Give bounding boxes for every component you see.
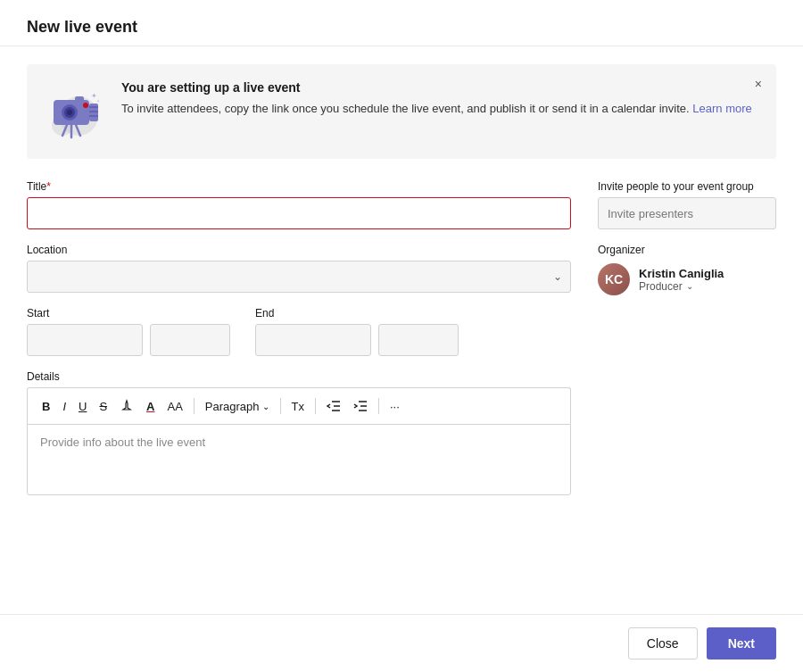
- svg-rect-7: [75, 96, 84, 103]
- paragraph-button[interactable]: Paragraph ⌄: [200, 396, 275, 417]
- form-right: Invite people to your event group Organi…: [598, 180, 776, 495]
- svg-rect-8: [89, 104, 98, 121]
- title-input[interactable]: [27, 197, 571, 229]
- highlight-button[interactable]: [114, 395, 139, 417]
- location-label: Location: [27, 244, 571, 256]
- dialog: New live event: [0, 0, 803, 672]
- next-button[interactable]: Next: [707, 627, 776, 660]
- organizer-section: Organizer KC Kristin Caniglia Producer ⌄: [598, 244, 776, 295]
- toolbar-divider-4: [378, 398, 379, 414]
- svg-point-5: [67, 110, 72, 115]
- indent-decrease-button[interactable]: [321, 396, 346, 416]
- more-options-button[interactable]: ···: [385, 396, 405, 417]
- details-placeholder: Provide info about the live event: [40, 436, 205, 449]
- underline-button[interactable]: U: [73, 396, 92, 417]
- italic-button[interactable]: I: [57, 396, 71, 417]
- start-inputs: Nov 25, 2020 2:30 PM: [27, 324, 230, 356]
- datetime-row: Start Nov 25, 2020 2:30 PM End Nov 25, 2…: [27, 307, 571, 356]
- details-label: Details: [27, 370, 571, 383]
- organizer-info: KC Kristin Caniglia Producer ⌄: [598, 263, 776, 295]
- svg-point-6: [83, 103, 88, 108]
- toolbar-divider-2: [280, 398, 281, 414]
- start-date-input[interactable]: Nov 25, 2020: [27, 324, 143, 356]
- indent-increase-button[interactable]: [348, 396, 373, 416]
- strikethrough-button[interactable]: S: [94, 396, 112, 417]
- title-group: Title*: [27, 180, 571, 229]
- end-date-input[interactable]: Nov 25, 2020: [255, 324, 371, 356]
- start-section: Start Nov 25, 2020 2:30 PM: [27, 307, 230, 356]
- dialog-title: New live event: [27, 18, 137, 36]
- info-banner: ✦ ✦ You are setting up a live event To i…: [27, 64, 776, 159]
- location-group: Location ⌄: [27, 244, 571, 293]
- invite-label: Invite people to your event group: [598, 180, 776, 193]
- dialog-body: ✦ ✦ You are setting up a live event To i…: [0, 46, 803, 614]
- toolbar-divider-1: [194, 398, 195, 414]
- location-select-wrapper: ⌄: [27, 261, 571, 293]
- location-select[interactable]: [27, 261, 571, 293]
- font-size-button[interactable]: AA: [161, 396, 187, 417]
- end-time-input[interactable]: 3:00 PM: [378, 324, 459, 356]
- start-time-input[interactable]: 2:30 PM: [150, 324, 230, 356]
- end-section: End Nov 25, 2020 3:00 PM: [255, 307, 459, 356]
- details-section: Details B I U S A AA Par: [27, 370, 571, 495]
- organizer-details: Kristin Caniglia Producer ⌄: [639, 267, 724, 293]
- start-label: Start: [27, 307, 230, 319]
- banner-heading: You are setting up a live event: [121, 80, 752, 95]
- datetime-section: Start Nov 25, 2020 2:30 PM End Nov 25, 2…: [27, 307, 571, 356]
- camera-icon: ✦ ✦: [45, 80, 107, 143]
- banner-close-button[interactable]: ×: [751, 73, 766, 95]
- details-toolbar: B I U S A AA Paragraph ⌄: [27, 387, 571, 424]
- svg-text:✦: ✦: [96, 98, 100, 104]
- dialog-footer: Close Next: [0, 614, 803, 672]
- form-left: Title* Location ⌄: [27, 180, 571, 495]
- dialog-header: New live event: [0, 0, 803, 46]
- role-chevron-icon: ⌄: [686, 281, 693, 291]
- end-inputs: Nov 25, 2020 3:00 PM: [255, 324, 459, 356]
- learn-more-link[interactable]: Learn more: [692, 102, 751, 115]
- paragraph-chevron-icon: ⌄: [262, 402, 269, 411]
- toolbar-divider-3: [315, 398, 316, 414]
- banner-body: To invite attendees, copy the link once …: [121, 100, 752, 118]
- font-color-button[interactable]: A: [141, 396, 160, 417]
- title-label: Title*: [27, 180, 571, 193]
- bold-button[interactable]: B: [37, 396, 55, 417]
- details-editor[interactable]: Provide info about the live event: [27, 424, 571, 495]
- end-label: End: [255, 307, 459, 319]
- close-button[interactable]: Close: [628, 627, 698, 660]
- banner-content: You are setting up a live event To invit…: [121, 80, 752, 118]
- clear-format-button[interactable]: Tx: [286, 396, 310, 417]
- organizer-label: Organizer: [598, 244, 776, 256]
- invite-presenters-input[interactable]: [598, 197, 776, 229]
- organizer-name: Kristin Caniglia: [639, 267, 724, 280]
- form-layout: Title* Location ⌄: [27, 180, 776, 495]
- organizer-avatar: KC: [598, 263, 630, 295]
- organizer-role-button[interactable]: Producer ⌄: [639, 280, 724, 293]
